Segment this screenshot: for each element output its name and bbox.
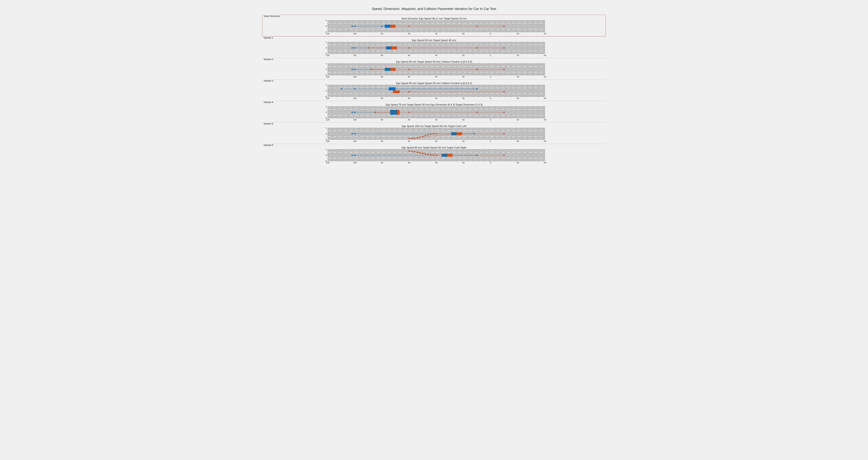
svg-point-1348 [428, 154, 429, 155]
svg-text:60: 60 [408, 162, 410, 164]
panels-container: Seed ScenarioSeed Scenario: Ego Speed 36… [262, 15, 606, 165]
svg-text:20: 20 [462, 76, 465, 78]
svg-point-952 [503, 111, 504, 113]
svg-text:-20: -20 [516, 97, 519, 99]
panel-label: Seed Scenario [264, 15, 281, 18]
subplot-title: Ego Speed 70 m/s Target Speed 30 m/s Ego… [264, 103, 604, 106]
svg-rect-1353 [447, 154, 453, 157]
svg-text:-40: -40 [543, 119, 546, 121]
svg-text:60: 60 [408, 119, 410, 121]
svg-point-1351 [436, 155, 437, 156]
svg-text:0: 0 [326, 111, 327, 113]
svg-point-374 [351, 47, 352, 48]
svg-text:100: 100 [353, 119, 356, 121]
subplot-title: Ego Speed 60 m/s Target Speed 40 m/s [264, 39, 604, 41]
svg-text:5: 5 [326, 106, 327, 107]
svg-point-1144 [416, 137, 418, 138]
svg-point-571 [503, 69, 504, 70]
svg-point-1347 [425, 154, 426, 155]
svg-text:120: 120 [326, 162, 329, 164]
svg-point-950 [408, 111, 410, 113]
svg-text:40: 40 [435, 97, 437, 99]
svg-text:0: 0 [326, 90, 327, 92]
svg-text:0: 0 [326, 47, 327, 49]
svg-point-188 [476, 26, 477, 27]
panel-label: Variant 5 [263, 122, 274, 125]
svg-text:20: 20 [462, 97, 465, 99]
svg-point-189 [503, 26, 504, 27]
svg-text:5: 5 [326, 41, 327, 43]
panel-label: Variant 4 [263, 101, 274, 103]
svg-text:100: 100 [353, 33, 356, 35]
svg-point-1145 [419, 137, 421, 138]
page-title: Speed, Dimension, Waypoint, and Collisio… [262, 7, 606, 11]
svg-point-1343 [414, 151, 415, 152]
svg-point-1350 [433, 155, 434, 156]
svg-point-1349 [430, 154, 431, 156]
svg-text:40: 40 [435, 54, 437, 57]
svg-point-947 [354, 111, 355, 113]
svg-point-1150 [433, 133, 434, 134]
svg-text:0: 0 [326, 133, 327, 135]
scenario-plot: -505120100806040200-20-40 [321, 85, 547, 100]
svg-point-758 [476, 88, 477, 90]
svg-text:80: 80 [381, 119, 383, 121]
svg-text:120: 120 [326, 97, 329, 99]
panel-0: Seed ScenarioSeed Scenario: Ego Speed 36… [262, 15, 606, 36]
svg-point-761 [503, 91, 504, 92]
svg-text:120: 120 [326, 119, 329, 121]
svg-text:40: 40 [435, 119, 437, 121]
svg-point-1149 [430, 134, 431, 135]
svg-text:80: 80 [381, 162, 383, 164]
svg-text:-40: -40 [543, 140, 546, 142]
svg-text:-40: -40 [543, 76, 546, 78]
svg-text:60: 60 [408, 76, 410, 78]
svg-text:5: 5 [326, 149, 327, 151]
svg-text:100: 100 [353, 162, 356, 164]
svg-text:80: 80 [381, 97, 383, 99]
scenario-plot: -505120100806040200-20-40 [321, 20, 547, 35]
svg-text:-20: -20 [516, 76, 519, 78]
svg-point-1345 [419, 152, 421, 154]
svg-text:0: 0 [326, 154, 327, 156]
svg-text:-40: -40 [543, 33, 546, 35]
svg-point-951 [476, 111, 477, 113]
svg-point-375 [354, 47, 355, 48]
svg-rect-190 [390, 25, 396, 28]
svg-text:20: 20 [462, 162, 465, 164]
panel-2: Variant 2Ego Speed 80 m/s Target Speed 4… [262, 58, 606, 79]
svg-point-185 [381, 26, 382, 27]
svg-point-1142 [411, 138, 412, 139]
svg-point-1342 [411, 151, 412, 152]
svg-point-377 [368, 47, 369, 48]
svg-point-378 [408, 47, 410, 48]
svg-text:-20: -20 [516, 140, 519, 142]
svg-text:120: 120 [326, 76, 329, 78]
svg-point-1344 [416, 152, 418, 153]
scenario-plot: -505120100806040200-20-40 [321, 41, 547, 57]
svg-text:40: 40 [435, 33, 437, 35]
svg-point-1141 [408, 138, 410, 139]
svg-text:20: 20 [462, 119, 465, 121]
svg-text:120: 120 [326, 140, 329, 142]
svg-text:0: 0 [490, 119, 491, 121]
svg-point-184 [354, 26, 355, 27]
panel-4: Variant 4Ego Speed 70 m/s Target Speed 3… [262, 101, 606, 122]
svg-text:80: 80 [381, 76, 383, 78]
svg-text:80: 80 [381, 140, 383, 142]
scenario-plot: -505120100806040200-20-40 [321, 127, 547, 143]
svg-point-1138 [354, 133, 355, 134]
svg-text:0: 0 [490, 54, 491, 57]
panel-label: Variant 2 [263, 58, 274, 61]
svg-text:-20: -20 [516, 33, 519, 35]
svg-text:60: 60 [408, 97, 410, 99]
panel-6: Variant 6Ego Speed 80 m/s Target Speed 3… [262, 144, 606, 165]
panel-label: Variant 3 [263, 79, 274, 82]
svg-text:-20: -20 [516, 162, 519, 164]
svg-point-1146 [422, 136, 423, 137]
svg-rect-953 [397, 110, 400, 115]
svg-text:60: 60 [408, 33, 410, 35]
svg-rect-572 [390, 68, 396, 71]
svg-point-1337 [351, 155, 352, 156]
svg-text:0: 0 [490, 140, 491, 142]
